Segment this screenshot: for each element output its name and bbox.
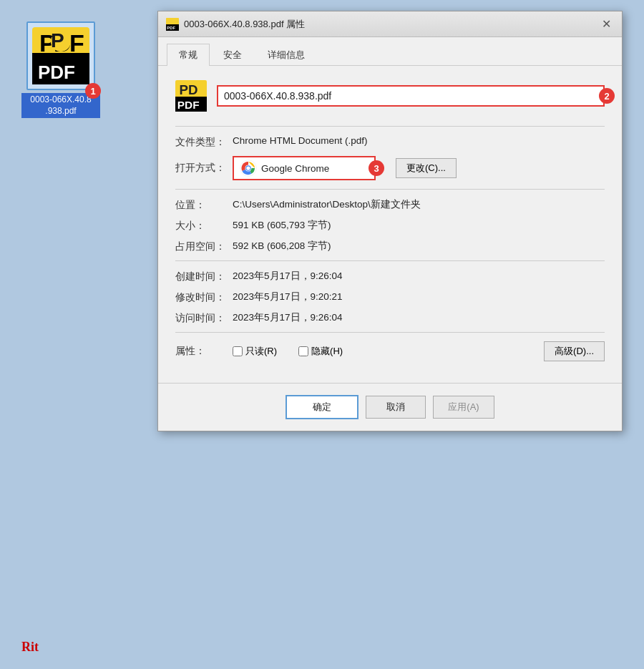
content-pdf-icon: PDF PD <box>175 80 207 112</box>
attributes-row: 属性： 只读(R) 隐藏(H) 高级(D)... <box>175 341 605 361</box>
file-icon-wrapper: PDF P D F P 1 <box>26 21 95 90</box>
readonly-checkbox-label[interactable]: 只读(R) <box>233 345 277 358</box>
svg-text:P: P <box>51 29 64 52</box>
file-type-label: 文件类型： <box>175 135 233 149</box>
size-on-disk-label: 占用空间： <box>175 240 233 253</box>
svg-text:PDF: PDF <box>177 99 200 111</box>
accessed-row: 访问时间： 2023年5月17日，9:26:04 <box>175 311 605 325</box>
open-with-label: 打开方式： <box>175 162 233 175</box>
svg-text:PDF: PDF <box>167 26 175 30</box>
created-row: 创建时间： 2023年5月17日，9:26:04 <box>175 270 605 283</box>
title-bar: PDF 0003-066X.40.8.938.pdf 属性 ✕ <box>158 11 622 37</box>
hidden-checkbox[interactable] <box>298 346 308 356</box>
size-row: 大小： 591 KB (605,793 字节) <box>175 219 605 233</box>
desktop: PDF P D F P 1 0003-066X.40.8 .938.pdf <box>0 0 644 669</box>
hidden-checkbox-label[interactable]: 隐藏(H) <box>298 345 343 358</box>
apply-button[interactable]: 应用(A) <box>433 396 494 419</box>
close-button[interactable]: ✕ <box>597 16 615 33</box>
readonly-label: 只读(R) <box>245 345 277 358</box>
ok-button[interactable]: 确定 <box>286 395 358 419</box>
badge-1: 1 <box>85 83 101 99</box>
size-on-disk-value: 592 KB (606,208 字节) <box>233 240 605 253</box>
file-name-input[interactable] <box>217 85 605 107</box>
change-button[interactable]: 更改(C)... <box>396 158 457 178</box>
file-type-row: 文件类型： Chrome HTML Document (.pdf) <box>175 135 605 149</box>
file-type-section: 文件类型： Chrome HTML Document (.pdf) 打开方式： <box>175 126 605 180</box>
tab-general[interactable]: 常规 <box>167 44 210 66</box>
desktop-file-icon[interactable]: PDF P D F P 1 0003-066X.40.8 .938.pdf <box>21 21 100 118</box>
timestamps-section: 创建时间： 2023年5月17日，9:26:04 修改时间： 2023年5月17… <box>175 270 605 325</box>
accessed-value: 2023年5月17日，9:26:04 <box>233 311 605 324</box>
button-bar: 确定 取消 应用(A) <box>158 383 622 431</box>
properties-dialog: PDF 0003-066X.40.8.938.pdf 属性 ✕ 常规 安全 详细… <box>157 11 623 431</box>
svg-text:PD: PD <box>180 82 198 97</box>
badge-2: 2 <box>599 88 615 104</box>
location-row: 位置： C:\Users\Administrator\Desktop\新建文件夹 <box>175 198 605 212</box>
divider-3 <box>175 332 605 333</box>
tab-details[interactable]: 详细信息 <box>255 44 317 66</box>
badge-3: 3 <box>369 160 384 176</box>
file-name-row: PDF PD 2 <box>175 80 605 112</box>
open-with-value-box: Google Chrome 3 <box>233 156 376 180</box>
cancel-button[interactable]: 取消 <box>366 396 426 419</box>
open-with-app-name: Google Chrome <box>261 163 329 174</box>
file-label-line2: .938.pdf <box>45 106 76 116</box>
divider-1 <box>175 189 605 190</box>
advanced-button[interactable]: 高级(D)... <box>544 341 605 361</box>
readonly-checkbox[interactable] <box>233 346 243 356</box>
svg-text:F: F <box>69 29 84 57</box>
dialog-title: 0003-066X.40.8.938.pdf 属性 <box>184 18 597 31</box>
location-section: 位置： C:\Users\Administrator\Desktop\新建文件夹… <box>175 198 605 253</box>
desktop-rit-label: Rit <box>21 640 39 655</box>
file-type-value: Chrome HTML Document (.pdf) <box>233 135 605 146</box>
open-with-row: 打开方式： <box>175 156 605 180</box>
tab-security[interactable]: 安全 <box>211 44 254 66</box>
title-bar-pdf-icon: PDF <box>165 17 180 31</box>
size-on-disk-row: 占用空间： 592 KB (606,208 字节) <box>175 240 605 253</box>
attributes-label: 属性： <box>175 345 233 358</box>
file-label-line1: 0003-066X.40.8 <box>30 94 91 104</box>
divider-2 <box>175 260 605 261</box>
location-value: C:\Users\Administrator\Desktop\新建文件夹 <box>233 198 605 211</box>
svg-point-19 <box>246 166 250 170</box>
created-value: 2023年5月17日，9:26:04 <box>233 270 605 283</box>
accessed-label: 访问时间： <box>175 311 233 325</box>
svg-text:PDF: PDF <box>38 62 75 83</box>
modified-label: 修改时间： <box>175 290 233 304</box>
size-value: 591 KB (605,793 字节) <box>233 219 605 232</box>
modified-value: 2023年5月17日，9:20:21 <box>233 290 605 303</box>
location-label: 位置： <box>175 198 233 212</box>
size-label: 大小： <box>175 219 233 233</box>
created-label: 创建时间： <box>175 270 233 283</box>
modified-row: 修改时间： 2023年5月17日，9:20:21 <box>175 290 605 304</box>
tab-bar: 常规 安全 详细信息 <box>158 37 622 66</box>
pdf-icon: PDF P D F P <box>32 27 89 84</box>
dialog-content: PDF PD 2 文件类型： Chrome HTML Document (.pd… <box>158 66 622 383</box>
file-name-input-wrapper: 2 <box>217 85 605 107</box>
chrome-icon <box>240 160 257 177</box>
attr-checkboxes: 只读(R) 隐藏(H) <box>233 345 544 358</box>
hidden-label: 隐藏(H) <box>311 345 343 358</box>
